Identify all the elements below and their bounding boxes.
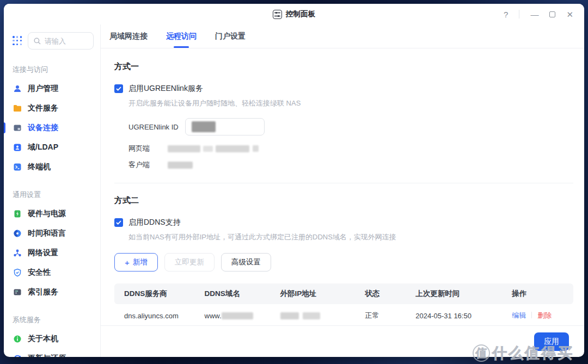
sidebar-item-label: 时间和语言 [28,229,66,238]
copy-icon[interactable] [253,145,259,152]
tab-bar: 局域网连接 远程访问 门户设置 [101,24,584,48]
help-button[interactable]: ? [504,10,508,18]
device-icon [13,124,22,133]
sidebar-item-label: 设备连接 [28,123,58,133]
sidebar-item-label: 文件服务 [28,103,58,113]
sidebar-item-device-connection[interactable]: 设备连接 [4,118,100,138]
method1-heading: 方式一 [114,61,573,72]
content-pane: 局域网连接 远程访问 门户设置 方式一 启用UGREENlink服务 开启此服务… [101,24,584,357]
ddns-table: DDNS服务商 DDNS域名 外部IP地址 状态 上次更新时间 操作 dns.a… [114,283,573,325]
time-language-icon [13,229,22,238]
control-panel-window: 控制面板 ? — ✕ 连接与访问 用户管理 [4,4,584,357]
sidebar-item-about[interactable]: 关于本机 [4,329,100,349]
apps-grid-icon[interactable] [13,36,22,46]
control-panel-icon [273,10,282,19]
sidebar-item-index-service[interactable]: 索引服务 [4,282,100,302]
advanced-settings-label: 高级设置 [231,257,261,267]
sidebar-section-label: 连接与访问 [4,63,100,77]
ddns-checkbox-label: 启用DDNS支持 [128,218,181,227]
add-button[interactable]: + 新增 [114,253,158,272]
titlebar: 控制面板 ? — ✕ [4,4,584,24]
advanced-settings-button[interactable]: 高级设置 [221,253,271,272]
ugreenlink-id-label: UGREENlink ID [128,123,185,131]
cell-domain: www. [195,304,271,325]
sidebar-item-label: 域/LDAP [28,143,58,152]
action-divider [531,312,532,318]
ugreenlink-checkbox-label: 启用UGREENlink服务 [128,84,203,94]
ugreenlink-description: 开启此服务能让设备用户随时随地、轻松连接绿联 NAS [128,98,573,108]
apply-button[interactable]: 应用 [534,332,569,351]
col-actions: 操作 [502,283,573,304]
sidebar-item-label: 用户管理 [28,84,58,94]
index-service-icon [13,288,22,297]
delete-link[interactable]: 删除 [537,311,552,319]
edit-link[interactable]: 编辑 [512,311,526,319]
cell-provider: dns.aliyuncs.com [114,304,195,325]
sidebar-item-hardware-power[interactable]: 硬件与电源 [4,204,100,224]
info-icon [13,335,22,344]
sidebar-item-network-settings[interactable]: 网络设置 [4,243,100,263]
redacted-client-value [168,162,193,169]
web-endpoint-label: 网页端 [128,144,168,153]
col-last-updated: 上次更新时间 [406,283,502,304]
folder-icon [13,104,22,113]
sidebar-section-label: 系统服务 [4,313,100,327]
col-external-ip: 外部IP地址 [271,283,356,304]
maximize-button[interactable] [549,11,555,17]
sidebar-item-label: 更新与还原 [28,354,66,357]
col-ddns-domain: DDNS域名 [195,283,271,304]
sidebar-item-label: 关于本机 [28,334,58,344]
sidebar-item-label: 安全性 [28,268,51,277]
sidebar-item-update-restore[interactable]: 更新与还原 [4,349,100,357]
redacted-web-url [203,146,213,152]
sidebar-item-label: 终端机 [28,162,51,172]
table-header-row: DDNS服务商 DDNS域名 外部IP地址 状态 上次更新时间 操作 [114,283,573,304]
users-icon [13,84,22,94]
sidebar-item-file-services[interactable]: 文件服务 [4,98,100,118]
network-icon [13,249,22,258]
window-title: 控制面板 [286,9,315,19]
ddns-description: 如当前NAS有可用外部IP地址，可通过此方式绑定已注册的DDNS域名，实现外网连… [128,232,573,242]
table-row: dns.aliyuncs.com www. 正常 2024-05-31 16:5… [114,304,573,325]
sidebar-item-domain-ldap[interactable]: 域/LDAP [4,138,100,157]
domain-prefix: www. [205,312,222,320]
client-endpoint-label: 客户端 [128,160,168,170]
redacted-web-url [216,145,249,152]
redacted-ip [303,312,320,319]
cell-status: 正常 [356,304,406,325]
plus-icon: + [125,258,130,267]
sidebar-item-time-language[interactable]: 时间和语言 [4,224,100,243]
col-ddns-provider: DDNS服务商 [114,283,195,304]
redacted-web-url [168,145,200,152]
tab-remote-access[interactable]: 远程访问 [166,24,197,48]
terminal-icon [13,163,22,172]
hardware-power-icon [13,209,22,219]
cell-actions: 编辑删除 [502,304,573,325]
shield-icon [13,268,22,277]
sidebar-item-label: 索引服务 [28,287,58,297]
sidebar: 连接与访问 用户管理 文件服务 设备连接 域/LDAP 终端机 通用设置 [4,24,101,357]
search-input[interactable] [45,37,83,45]
check-icon [116,220,121,225]
section-divider [114,183,573,183]
ugreenlink-checkbox[interactable] [114,84,123,93]
minimize-button[interactable]: — [530,10,538,18]
sidebar-item-terminal[interactable]: 终端机 [4,157,100,177]
sidebar-search[interactable] [28,32,94,50]
update-now-button[interactable]: 立即更新 [164,253,215,272]
sidebar-item-security[interactable]: 安全性 [4,263,100,282]
ddns-checkbox[interactable] [114,218,123,227]
redacted-ip [280,312,299,319]
close-button[interactable]: ✕ [566,10,573,18]
domain-icon [13,143,22,152]
check-icon [116,87,121,91]
tab-portal-settings[interactable]: 门户设置 [215,24,246,48]
tab-lan-connection[interactable]: 局域网连接 [109,24,148,48]
update-now-label: 立即更新 [175,257,204,267]
sidebar-item-label: 网络设置 [28,248,58,258]
remote-access-panel: 方式一 启用UGREENlink服务 开启此服务能让设备用户随时随地、轻松连接绿… [101,48,584,325]
cell-last-updated: 2024-05-31 16:50 [406,304,502,325]
ugreenlink-id-input[interactable] [185,118,265,135]
redacted-domain [222,312,253,319]
sidebar-item-users[interactable]: 用户管理 [4,79,100,98]
